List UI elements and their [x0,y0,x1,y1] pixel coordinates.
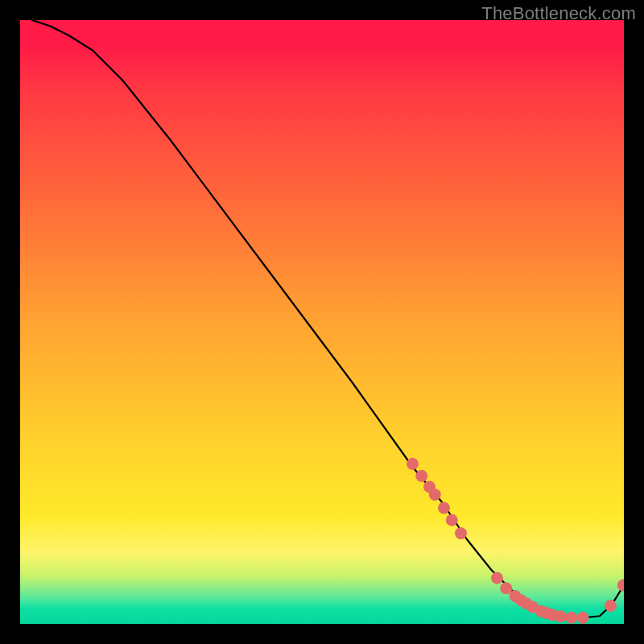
data-marker [438,502,450,514]
bottleneck-curve [32,20,624,618]
data-marker [565,612,577,624]
data-marker [617,580,624,592]
data-marker [429,489,441,501]
watermark-text: TheBottleneck.com [481,3,636,24]
data-marker [577,612,589,624]
data-marker [407,458,419,470]
data-marker [605,600,617,612]
data-markers [407,458,624,624]
chart-svg [20,20,624,624]
data-marker [455,527,467,539]
chart-stage: TheBottleneck.com [0,0,644,644]
data-marker [491,572,503,584]
plot-area [20,20,624,624]
data-marker [446,514,458,526]
data-marker [555,610,567,622]
data-marker [415,470,427,482]
